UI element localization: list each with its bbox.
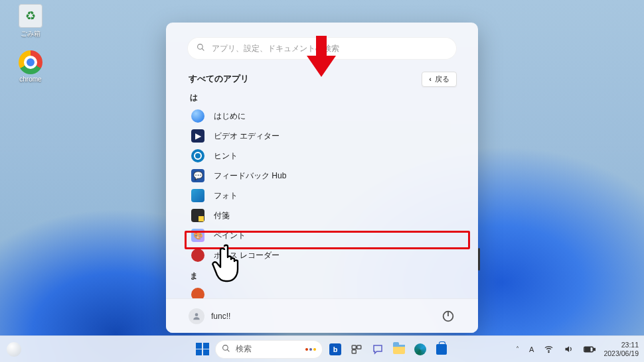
back-button[interactable]: 戻る — [422, 72, 457, 87]
app-label: 付箋 — [214, 210, 230, 221]
explorer-icon — [393, 345, 405, 354]
svg-line-1 — [202, 48, 204, 50]
feedback-icon: 💬 — [191, 169, 204, 182]
start-menu: すべてのアプリ 戻る は はじめに ▶ ビデオ エディター ヒント 💬 フィード… — [166, 23, 478, 333]
app-label: フィードバック Hub — [214, 170, 286, 182]
chat-button[interactable] — [369, 341, 386, 358]
section-letter-ha[interactable]: は — [190, 92, 457, 103]
svg-point-0 — [198, 44, 203, 50]
chrome-label: chrome — [19, 76, 41, 83]
app-video-editor[interactable]: ▶ ビデオ エディター — [187, 126, 457, 146]
scrollbar-thumb[interactable] — [478, 248, 480, 271]
chrome-shortcut[interactable]: chrome — [11, 50, 50, 83]
app-label: ヒント — [214, 151, 238, 162]
chrome-icon — [19, 50, 42, 74]
store-icon — [436, 344, 447, 355]
recycle-bin-icon — [19, 4, 42, 28]
file-explorer-button[interactable] — [390, 341, 408, 358]
chat-icon — [372, 343, 384, 355]
app-hajimeni[interactable]: はじめに — [187, 106, 457, 126]
taskbar-search[interactable]: 検索 — [215, 340, 323, 359]
svg-rect-13 — [586, 347, 591, 351]
svg-rect-7 — [352, 345, 356, 349]
bing-icon: b — [329, 343, 341, 355]
all-apps-title: すべてのアプリ — [189, 74, 249, 85]
paint-icon: 🎨 — [191, 229, 204, 242]
svg-line-6 — [227, 349, 229, 351]
task-view-button[interactable] — [348, 341, 365, 358]
search-icon — [222, 344, 230, 355]
app-voice-recorder[interactable]: ボイス レコーダー — [187, 245, 457, 265]
svg-point-5 — [223, 345, 228, 350]
search-dots-icon — [305, 348, 316, 351]
app-label: フォト — [214, 190, 238, 202]
windows-logo-icon — [196, 343, 209, 356]
time: 23:11 — [621, 341, 639, 349]
app-label: はじめに — [214, 111, 246, 122]
start-search[interactable] — [187, 37, 457, 60]
store-button[interactable] — [433, 341, 450, 358]
globe-icon — [191, 109, 204, 123]
app-paint[interactable]: 🎨 ペイント — [187, 225, 457, 245]
partial-icon — [191, 288, 204, 298]
edge-icon — [414, 343, 426, 355]
app-hint[interactable]: ヒント — [187, 146, 457, 166]
recycle-bin-label: ごみ箱 — [21, 29, 40, 38]
sticky-icon — [191, 209, 204, 222]
tray-overflow[interactable]: ˄ — [514, 344, 521, 354]
user-name: func!! — [211, 312, 230, 321]
svg-rect-12 — [594, 348, 595, 350]
avatar-icon — [189, 308, 204, 324]
app-sticky-notes[interactable]: 付箋 — [187, 206, 457, 225]
taskbar: 検索 b ˄ A 23:11 2023/06/19 — [0, 335, 644, 362]
section-letter-ma[interactable]: ま — [190, 271, 457, 282]
taskbar-search-label: 検索 — [236, 344, 252, 354]
svg-rect-9 — [352, 349, 356, 353]
svg-point-10 — [548, 351, 549, 352]
app-partial[interactable] — [187, 284, 457, 298]
app-photos[interactable]: フォト — [187, 186, 457, 206]
search-icon — [197, 43, 205, 54]
recycle-bin-shortcut[interactable]: ごみ箱 — [11, 4, 50, 38]
photo-icon — [191, 189, 204, 202]
power-button[interactable] — [441, 309, 455, 324]
video-icon: ▶ — [191, 129, 204, 143]
date: 2023/06/19 — [604, 349, 639, 357]
user-account[interactable]: func!! — [189, 308, 230, 324]
battery-icon[interactable] — [582, 344, 598, 355]
network-icon[interactable] — [542, 343, 556, 355]
start-button[interactable] — [194, 341, 211, 358]
bing-button[interactable]: b — [327, 341, 344, 358]
edge-button[interactable] — [412, 341, 429, 358]
task-view-icon — [351, 343, 362, 355]
recorder-icon — [191, 249, 204, 262]
weather-icon — [7, 342, 21, 357]
back-label: 戻る — [435, 75, 449, 83]
desktop-icons: ごみ箱 chrome — [11, 4, 50, 83]
app-feedback-hub[interactable]: 💬 フィードバック Hub — [187, 166, 457, 186]
app-label: ペイント — [214, 230, 246, 241]
app-list: は はじめに ▶ ビデオ エディター ヒント 💬 フィードバック Hub フォト — [187, 92, 457, 298]
svg-rect-8 — [357, 345, 361, 349]
app-label: ボイス レコーダー — [214, 250, 280, 261]
svg-point-2 — [195, 313, 199, 316]
ime-indicator[interactable]: A — [527, 344, 536, 355]
weather-widget[interactable] — [5, 341, 23, 358]
start-footer: func!! — [166, 298, 478, 333]
hint-icon — [191, 149, 204, 162]
search-input[interactable] — [212, 44, 447, 53]
app-label: ビデオ エディター — [214, 131, 280, 142]
clock[interactable]: 23:11 2023/06/19 — [604, 341, 639, 357]
volume-icon[interactable] — [562, 343, 576, 355]
